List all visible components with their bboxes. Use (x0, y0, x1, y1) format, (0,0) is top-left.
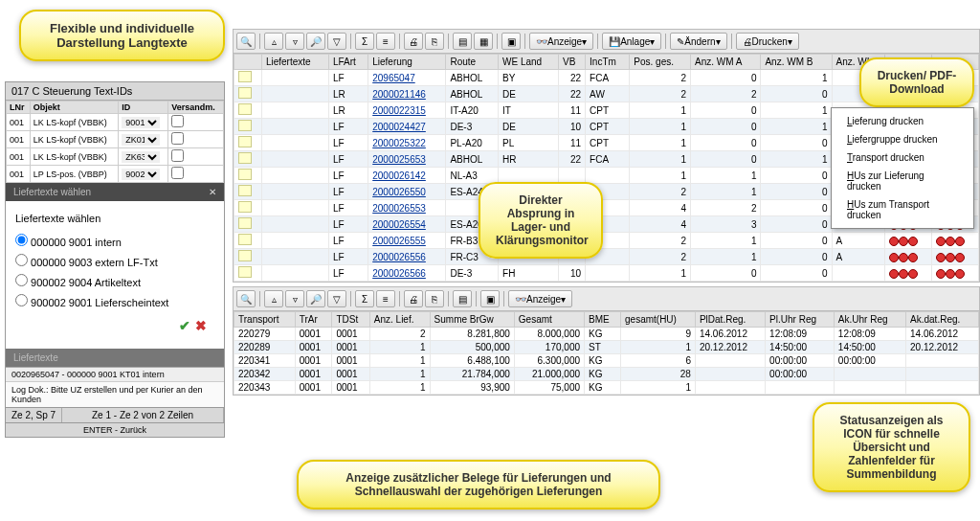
find-icon[interactable]: 🔎 (306, 290, 325, 307)
table-row[interactable]: LF 2000026566 DE-3FH10 100 (234, 265, 979, 282)
column-header[interactable]: BME (585, 312, 621, 328)
column-header[interactable]: gesamt(HU) (621, 312, 696, 328)
column-header[interactable]: WE Land (499, 55, 559, 70)
versand-check[interactable] (171, 167, 184, 179)
anzeige-button[interactable]: 👓 Anzeige ▾ (529, 33, 593, 50)
radio-option[interactable]: 000000 9001 intern (15, 234, 214, 248)
subtotal-icon[interactable]: ≡ (376, 33, 395, 50)
sum-icon[interactable]: Σ (355, 33, 374, 50)
column-header[interactable]: Liefertexte (261, 55, 328, 70)
close-icon[interactable]: ✕ (209, 187, 216, 197)
delivery-link[interactable]: 2000021146 (372, 89, 426, 100)
anlage-button[interactable]: 💾 Anlage ▾ (602, 33, 661, 50)
delivery-link[interactable]: 2000026142 (372, 170, 426, 181)
find-icon[interactable]: 🔎 (306, 33, 325, 50)
column-header[interactable]: TrAr (295, 312, 332, 328)
note-icon[interactable] (238, 120, 252, 131)
print-icon[interactable]: 🖨 (404, 33, 423, 50)
column-header[interactable]: Ak.Uhr Reg (834, 312, 905, 328)
detail-icon[interactable]: ▣ (501, 33, 521, 50)
id-select[interactable]: 9002 (122, 169, 160, 180)
note-icon[interactable] (238, 234, 252, 245)
menu-item[interactable]: HUs zur Lieferung drucken (839, 167, 966, 195)
delivery-link[interactable]: 2000026553 (372, 203, 426, 214)
radio-option[interactable]: 000000 9003 extern LF-Txt (15, 254, 214, 268)
chart-icon[interactable]: ▤ (453, 290, 472, 307)
note-icon[interactable] (238, 250, 252, 261)
menu-item[interactable]: Liefergruppe drucken (839, 130, 966, 148)
delivery-link[interactable]: 2000026550 (372, 187, 426, 197)
menu-item[interactable]: HUs zum Transport drucken (839, 195, 966, 224)
note-icon[interactable] (238, 169, 252, 180)
export-icon[interactable]: ⎘ (425, 33, 444, 50)
table-row[interactable]: 220279000100012 8.281,8008.000,000KG9 14… (234, 328, 979, 341)
note-icon[interactable] (238, 136, 252, 147)
table-row[interactable]: 220341000100011 6.488,1006.300,000KG6 00… (234, 354, 979, 368)
delivery-link[interactable]: 2000026556 (372, 252, 426, 262)
delivery-link[interactable]: 2000026554 (372, 219, 426, 230)
column-header[interactable]: LFArt (328, 55, 368, 70)
filter-icon[interactable]: ▽ (327, 290, 346, 307)
zoom-icon[interactable]: 🔍 (236, 290, 256, 307)
sort-asc-icon[interactable]: ▵ (264, 33, 283, 50)
zoom-icon[interactable]: 🔍 (236, 33, 256, 50)
table-row[interactable]: LF 2000026556 FR-C3 210 A (234, 249, 979, 265)
export-icon[interactable]: ⎘ (425, 290, 444, 307)
layout-icon[interactable]: ▦ (474, 33, 493, 50)
menu-item[interactable]: Lieferung drucken (839, 112, 966, 130)
note-icon[interactable] (238, 217, 252, 229)
subtotal-icon[interactable]: ≡ (376, 290, 395, 307)
column-header[interactable]: Summe BrGw (430, 312, 514, 328)
chart-icon[interactable]: ▤ (453, 33, 472, 50)
note-icon[interactable] (238, 152, 252, 164)
column-header[interactable]: Route (446, 55, 499, 70)
delivery-link[interactable]: 2000025322 (372, 138, 426, 148)
column-header[interactable]: Anz. WM A (691, 55, 761, 70)
sort-desc-icon[interactable]: ▿ (285, 290, 304, 307)
versand-check[interactable] (171, 115, 184, 127)
table-row[interactable]: 220289000100011 500,000170,000ST1 20.12.… (234, 341, 979, 354)
enter-bar[interactable]: ENTER - Zurück (6, 422, 224, 437)
cancel-icon[interactable]: ✖ (195, 318, 207, 333)
radio-option[interactable]: 900002 9001 Lieferscheintext (15, 294, 214, 308)
column-header[interactable]: PlDat.Reg. (695, 312, 765, 328)
column-header[interactable]: Pl.Uhr Reg (766, 312, 835, 328)
delivery-link[interactable]: 2000026555 (372, 236, 426, 246)
filter-icon[interactable]: ▽ (327, 33, 346, 50)
delivery-link[interactable]: 2000022315 (372, 105, 426, 116)
column-header[interactable]: VB (559, 55, 586, 70)
id-select[interactable]: 9001 (122, 117, 160, 128)
note-icon[interactable] (238, 71, 252, 82)
column-header[interactable]: Ak.dat.Reg. (906, 312, 979, 328)
column-header[interactable]: Transport (234, 312, 296, 328)
versand-check[interactable] (171, 132, 184, 145)
aendern-button[interactable]: ✎ Ändern ▾ (670, 33, 726, 50)
menu-item[interactable]: Transport drucken (839, 148, 966, 167)
detail-icon[interactable]: ▣ (480, 290, 500, 307)
delivery-link[interactable]: 2000026566 (372, 268, 426, 279)
table-row[interactable]: LF 2000026555 FR-B3 210 A (234, 233, 979, 249)
delivery-link[interactable]: 2000024427 (372, 122, 426, 132)
anzeige-button[interactable]: 👓 Anzeige ▾ (508, 290, 572, 307)
delivery-link[interactable]: 20965047 (372, 73, 415, 83)
note-icon[interactable] (238, 185, 252, 196)
column-header[interactable]: IncTm (586, 55, 630, 70)
sort-desc-icon[interactable]: ▿ (285, 33, 304, 50)
note-icon[interactable] (238, 87, 252, 99)
column-header[interactable]: Lieferung (368, 55, 446, 70)
column-header[interactable]: Gesamt (514, 312, 584, 328)
column-header[interactable] (234, 55, 262, 70)
column-header[interactable]: Anz. WM B (761, 55, 832, 70)
print-icon[interactable]: 🖨 (404, 290, 423, 307)
note-icon[interactable] (238, 266, 252, 278)
column-header[interactable]: Pos. ges. (630, 55, 691, 70)
id-select[interactable]: ZK01 (122, 134, 160, 146)
column-header[interactable]: Anz. Lief. (369, 312, 430, 328)
drucken-button[interactable]: 🖨 Drucken ▾ (736, 33, 799, 50)
delivery-link[interactable]: 2000025653 (372, 154, 426, 165)
ok-icon[interactable]: ✔ (179, 318, 190, 333)
column-header[interactable]: TDSt (332, 312, 369, 328)
id-select[interactable]: ZK63 (122, 151, 160, 163)
note-icon[interactable] (238, 201, 252, 213)
versand-check[interactable] (171, 149, 184, 162)
